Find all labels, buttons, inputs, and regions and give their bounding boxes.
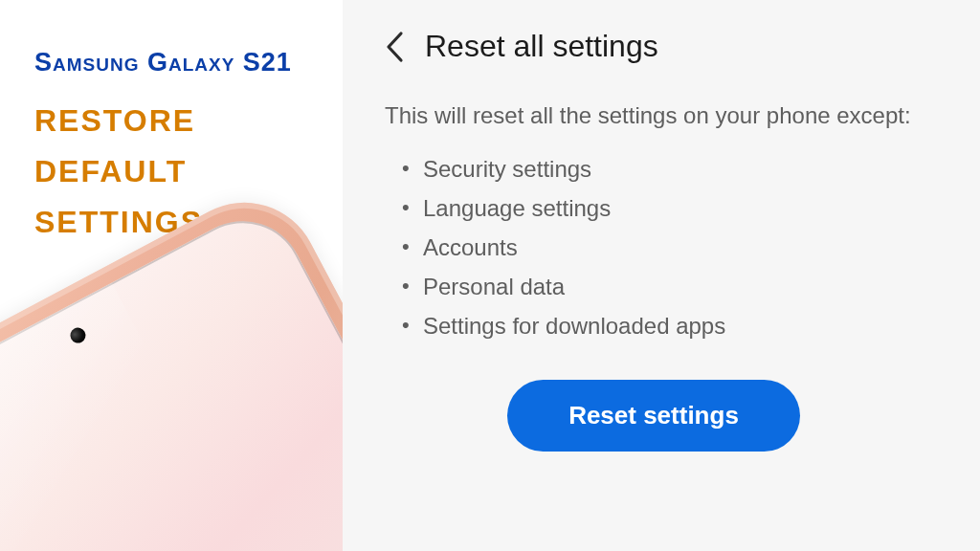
- exceptions-list: Security settings Language settings Acco…: [385, 150, 923, 345]
- tutorial-title-line-1: restore: [34, 91, 343, 142]
- reset-description: This will reset all the settings on your…: [385, 100, 923, 131]
- screen-header: Reset all settings: [385, 29, 923, 64]
- device-name: Samsung Galaxy S21: [0, 0, 343, 77]
- tutorial-title-line-2: default: [34, 142, 343, 192]
- action-row: Reset settings: [385, 380, 923, 452]
- list-item: Security settings: [402, 150, 923, 189]
- list-item: Personal data: [402, 268, 923, 307]
- list-item: Language settings: [402, 189, 923, 229]
- list-item: Settings for downloaded apps: [402, 307, 923, 346]
- screen-title: Reset all settings: [425, 29, 658, 64]
- settings-screen: Reset all settings This will reset all t…: [343, 0, 980, 551]
- back-icon[interactable]: [385, 31, 404, 63]
- promo-panel: Samsung Galaxy S21 restore default setti…: [0, 0, 343, 551]
- reset-settings-button[interactable]: Reset settings: [507, 380, 800, 452]
- list-item: Accounts: [402, 229, 923, 268]
- phone-screen-glare: [0, 249, 246, 551]
- phone-screen: [0, 200, 343, 551]
